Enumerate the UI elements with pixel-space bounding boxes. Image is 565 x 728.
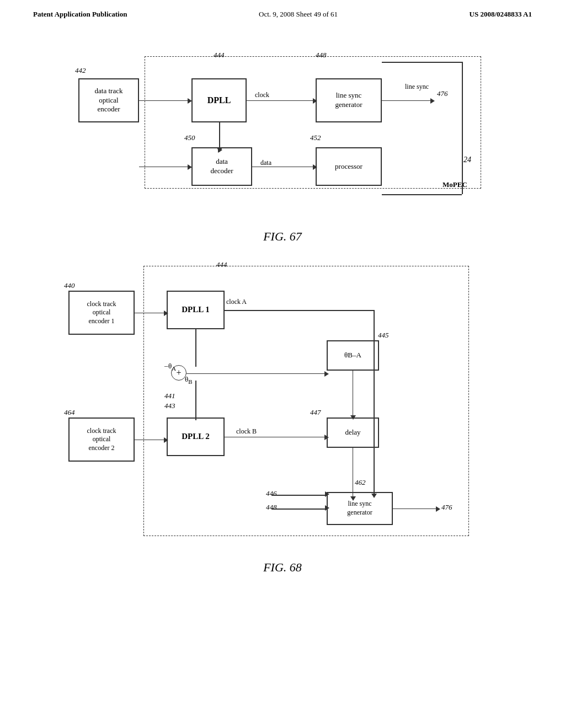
- fig67-caption: FIG. 67: [263, 229, 302, 244]
- ref-447: 447: [310, 408, 321, 417]
- ref-446: 446: [266, 489, 277, 498]
- clock-label: clock: [255, 91, 269, 99]
- arrowhead-448: [325, 505, 329, 511]
- ref-462: 462: [355, 478, 366, 487]
- line-clock-a: [225, 310, 374, 311]
- fig67-diagram: 442 444 448 450 452 data track optical e…: [56, 45, 509, 222]
- line-448-to-linesync: [271, 508, 327, 510]
- processor-box: processor: [316, 147, 382, 186]
- ref-464: 464: [64, 408, 75, 417]
- line-dpll2-up: [195, 381, 196, 420]
- ref-441: 441: [164, 392, 175, 400]
- theta-a-label: θA: [168, 362, 176, 372]
- line-clock-a-down: [374, 310, 375, 495]
- header-left: Patent Application Publication: [33, 10, 127, 19]
- fig68-area: 440 444 464 clock track optical encoder …: [0, 255, 565, 586]
- clock-encoder2-box: clock track optical encoder 2: [68, 417, 135, 462]
- bracket-24-top: [382, 62, 462, 63]
- ref-450: 450: [184, 133, 195, 142]
- line-sync-box-67: line sync generator: [316, 78, 382, 122]
- data-decoder-box: data decoder: [191, 147, 252, 186]
- header-center: Oct. 9, 2008 Sheet 49 of 61: [259, 10, 338, 19]
- clock-a-label: clock A: [226, 298, 247, 306]
- ref-24: 24: [463, 156, 471, 164]
- minus-sign-label: –: [164, 361, 168, 370]
- arrow-linesync-out-68: [393, 508, 437, 509]
- clock-encoder1-box: clock track optical encoder 1: [68, 291, 135, 335]
- clock-b-label: clock B: [236, 427, 257, 436]
- arrow-delay-down: [353, 448, 353, 497]
- ref-444: 444: [214, 51, 225, 60]
- ref-476-67: 476: [437, 89, 448, 98]
- page-header: Patent Application Publication Oct. 9, 2…: [0, 0, 565, 23]
- dpll1-box: DPLL 1: [167, 291, 225, 329]
- fig67-area: 442 444 448 450 452 data track optical e…: [0, 23, 565, 255]
- ref-452: 452: [310, 133, 321, 142]
- arrow-linesync-out: [382, 100, 431, 101]
- ref-448: 448: [316, 51, 327, 60]
- delay-box: delay: [327, 417, 379, 448]
- fig68-caption: FIG. 68: [263, 560, 302, 575]
- mopec-label: MoPEC: [443, 180, 467, 189]
- arrow-enc2-dpll2: [135, 440, 165, 440]
- theta-b-label: θB: [185, 375, 192, 385]
- data-track-encoder-box: data track optical encoder: [78, 78, 139, 122]
- arrow-dpll-to-linesync: [247, 100, 314, 101]
- dpll2-box: DPLL 2: [167, 417, 225, 456]
- arrow-enc1-dpll1: [135, 313, 165, 313]
- arrow-encoder-to-dpll: [139, 100, 189, 101]
- header-right: US 2008/0248833 A1: [470, 10, 532, 19]
- line-sync-out-label: line sync: [405, 83, 429, 91]
- data-label: data: [260, 159, 271, 167]
- ref-448: 448: [266, 503, 277, 512]
- arrow-dpll2-to-delay: [225, 437, 326, 437]
- bracket-24-v: [462, 62, 463, 194]
- ref-476-68: 476: [441, 503, 452, 512]
- bracket-24-h: [382, 194, 462, 195]
- line-dpll1-down: [195, 329, 196, 367]
- ref-444-68: 444: [216, 260, 227, 269]
- theta-ba-box: θB–A: [327, 340, 379, 371]
- ref-442: 442: [75, 66, 86, 75]
- arrow-thetaba-to-delay: [353, 371, 353, 416]
- ref-443: 443: [164, 402, 175, 410]
- arrow-encoder-to-datadecoder: [139, 167, 189, 167]
- ref-440: 440: [64, 281, 75, 290]
- arrow-sum-to-thetaba: [186, 373, 326, 374]
- fig68-diagram: 440 444 464 clock track optical encoder …: [56, 260, 509, 553]
- ref-445: 445: [378, 331, 389, 340]
- line-sync-box-68: line sync generator: [327, 492, 393, 525]
- line-446-to-linesync: [271, 495, 327, 496]
- arrow-dpll-to-decoder-v: [219, 122, 220, 149]
- arrow-clka-to-linesync: [374, 489, 374, 495]
- dpll-box-67: DPLL: [191, 78, 247, 122]
- arrowhead-446: [325, 491, 329, 497]
